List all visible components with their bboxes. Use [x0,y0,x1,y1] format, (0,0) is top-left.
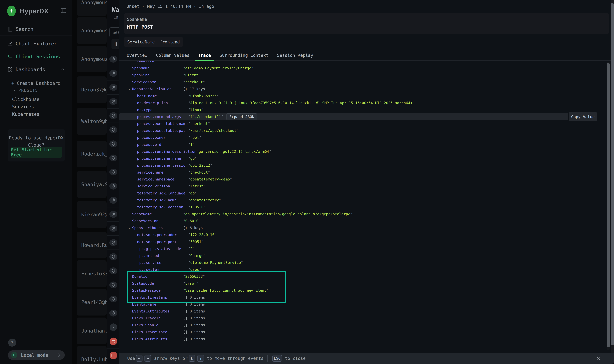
trace-attribute-row-SpanKind[interactable]: SpanKind"Client" [119,72,614,78]
session-card[interactable]: Walton9@ho [77,108,106,135]
trace-attribute-row-telemetry.sdk.name[interactable]: telemetry.sdk.name"opentelemetry" [119,197,614,204]
trace-attribute-row-process.command_args[interactable]: ▸process.command_args"["./checkout"]"Exp… [119,113,614,120]
trace-attribute-row-os.type[interactable]: os.type"linux" [119,106,614,113]
trace-attribute-row-ScopeName[interactable]: ScopeName"go.opentelemetry.io/contrib/in… [119,211,614,218]
trace-attribute-row-net.sock.peer.addr[interactable]: net.sock.peer.addr"172.28.0.10" [119,231,614,238]
collapse-triangle-icon[interactable]: ▾ [129,226,130,230]
session-event-row[interactable] [107,151,119,165]
session-card[interactable]: Anonymous [77,0,106,16]
trace-attribute-row-Links.TraceState[interactable]: Links.TraceState[] 0 items [119,329,614,336]
session-event-row[interactable] [107,235,119,249]
session-event-row[interactable] [107,66,119,80]
trace-attribute-row-Events.Timestamp[interactable]: Events.Timestamp[] 0 items [119,294,614,301]
expand-json-button[interactable]: Expand JSON [226,114,257,120]
session-card[interactable]: Ernesto33@ [77,260,106,287]
trace-attribute-row-os.description[interactable]: os.description"Alpine Linux 3.21.3 (Linu… [119,100,614,106]
trace-attribute-row-SpanAttributes[interactable]: ▾SpanAttributes{} 6 keys [119,224,614,231]
outer-scrollbar-thumb[interactable] [611,3,614,345]
trace-attribute-row-service.name[interactable]: service.name"checkout" [119,169,614,176]
create-dashboard-button[interactable]: + Create Dashboard [11,81,60,86]
copy-value-button[interactable]: Copy Value [569,112,597,121]
session-event-row[interactable] [107,320,119,334]
session-event-row[interactable] [107,249,119,264]
trace-attribute-row-process.runtime.description[interactable]: process.runtime.description"go version g… [119,148,614,155]
session-event-row[interactable] [107,94,119,108]
local-mode-menu[interactable]: U Local mode [8,351,65,360]
collapse-triangle-icon[interactable]: ▾ [129,88,130,91]
trace-attribute-row-process.executable.name[interactable]: process.executable.name"checkout" [119,120,614,127]
sidebar-item-dashboards[interactable]: Dashboards [0,65,72,74]
session-event-row[interactable] [107,348,119,362]
trace-attribute-row-process.runtime.version[interactable]: process.runtime.version"go1.22.12" [119,162,614,169]
trace-attribute-row-Events.Attributes[interactable]: Events.Attributes[] 0 items [119,308,614,315]
trace-attribute-row-rpc.system[interactable]: rpc.system"grpc" [119,266,614,273]
session-event-row[interactable] [107,179,119,193]
session-event-row[interactable] [107,165,119,179]
session-card[interactable]: Deion37@gm [77,77,106,103]
session-card[interactable]: Anonymous [77,17,106,44]
trace-attribute-row-Events.Name[interactable]: Events.Name[] 0 items [119,301,614,308]
trace-attribute-row-SpanName[interactable]: SpanName"oteldemo.PaymentService/Charge" [119,65,614,72]
trace-attribute-row-ResourceAttributes[interactable]: ▾ResourceAttributes{} 17 keys [119,86,614,92]
sidebar-item-search[interactable]: Search [0,25,72,34]
session-event-row[interactable] [107,123,119,137]
session-card[interactable]: Anonymous [77,46,106,72]
session-card[interactable]: Shaniya.Sc [77,171,106,198]
session-event-row[interactable] [107,52,119,66]
trace-attribute-row-telemetry.sdk.language[interactable]: telemetry.sdk.language"go" [119,190,614,197]
inner-scrollbar-thumb[interactable] [607,63,610,347]
tab-trace[interactable]: Trace [195,50,214,61]
trace-attribute-row-ServiceName[interactable]: ServiceName"checkout" [119,78,614,86]
session-event-row[interactable] [107,292,119,306]
session-card[interactable]: Roderick_S [77,141,106,167]
trace-attribute-row-StatusMessage[interactable]: StatusMessage"Visa cache full: cannot ad… [119,287,614,294]
session-search-input[interactable]: Sea [109,27,119,37]
session-card[interactable]: Pearl43@ho [77,289,106,315]
trace-attribute-row-Links.SpanId[interactable]: Links.SpanId[] 0 items [119,322,614,329]
session-event-row[interactable] [107,264,119,278]
trace-attribute-row-service.namespace[interactable]: service.namespace"opentelemetry-demo" [119,176,614,183]
tab-session-replay[interactable]: Session Replay [274,50,316,61]
session-filter-chip[interactable]: H [111,39,119,49]
session-card[interactable]: Kieran92@h [77,201,106,228]
collapse-sidebar-icon[interactable] [60,7,67,14]
trace-attribute-row-net.sock.peer.port[interactable]: net.sock.peer.port"50051" [119,238,614,245]
trace-attribute-row-Duration[interactable]: Duration"28656333" [119,273,614,280]
tab-column-values[interactable]: Column Values [153,50,193,61]
preset-item-clickhouse[interactable]: Clickhouse [12,97,39,102]
trace-attribute-row-process.executable.path[interactable]: process.executable.path"/usr/src/app/che… [119,127,614,134]
session-card[interactable]: Dolly.Lubo [77,346,106,364]
trace-attribute-row-rpc.method[interactable]: rpc.method"Charge" [119,252,614,259]
help-button[interactable]: ? [8,338,16,347]
session-event-row[interactable] [107,221,119,235]
session-event-row[interactable] [107,193,119,207]
session-card[interactable]: Jonathan.B [77,318,106,344]
close-icon[interactable] [596,356,601,361]
preset-item-kubernetes[interactable]: Kubernetes [12,112,39,117]
tab-surrounding-context[interactable]: Surrounding Context [216,50,272,61]
trace-attribute-row-rpc.grpc.status_code[interactable]: rpc.grpc.status_code"2" [119,245,614,252]
session-event-row[interactable] [107,334,119,348]
sidebar-item-chart-explorer[interactable]: Chart Explorer [0,39,72,48]
trace-attribute-row-process.runtime.name[interactable]: process.runtime.name"go" [119,155,614,162]
trace-attribute-row-Links.TraceId[interactable]: Links.TraceId[] 0 items [119,315,614,322]
trace-attribute-row-rpc.service[interactable]: rpc.service"oteldemo.PaymentService" [119,259,614,266]
session-event-row[interactable] [107,278,119,292]
trace-attribute-row-Links.Attributes[interactable]: Links.Attributes[] 0 items [119,336,614,342]
app-logo[interactable]: HyperDX [7,5,67,17]
session-card[interactable]: Howard.Run [77,232,106,259]
session-event-row[interactable] [107,108,119,123]
session-event-row[interactable] [107,306,119,320]
trace-attribute-row-process.owner[interactable]: process.owner"root" [119,134,614,141]
session-event-row[interactable] [107,137,119,151]
get-started-button[interactable]: Get Started for Free [11,147,62,158]
trace-attribute-row-telemetry.sdk.version[interactable]: telemetry.sdk.version"1.35.0" [119,204,614,211]
tab-overview[interactable]: Overview [123,50,151,61]
presets-section-toggle[interactable]: PRESETS [12,88,38,93]
service-name-chip[interactable]: ServiceName: frontend [124,37,183,47]
trace-attribute-row-ScopeVersion[interactable]: ScopeVersion"0.60.0" [119,218,614,224]
trace-attribute-row-process.pid[interactable]: process.pid"1" [119,141,614,148]
trace-attribute-row-StatusCode[interactable]: StatusCode"Error" [119,280,614,287]
preset-item-services[interactable]: Services [12,104,34,109]
trace-attribute-row-host.name[interactable]: host.name"0faab73597c5" [119,92,614,100]
